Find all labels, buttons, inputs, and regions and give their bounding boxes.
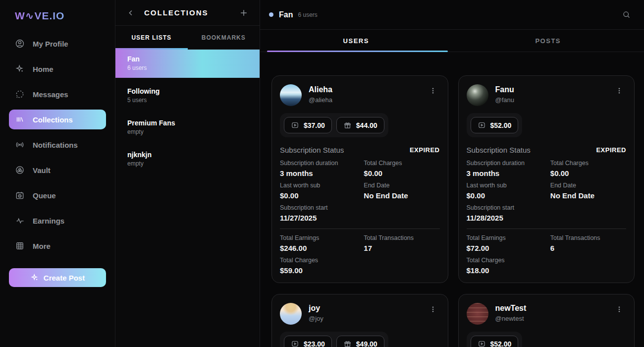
stat: Last worth sub$0.00 [280, 182, 364, 200]
price-chips: $23.00 $49.00 [280, 332, 388, 347]
subscription-status-row: Subscription Status EXPIRED [467, 146, 627, 154]
stat: End DateNo End Date [364, 182, 439, 200]
status-label: Subscription Status [280, 146, 344, 154]
collection-name: njknkjn [127, 151, 248, 159]
main-header: Fan 6 users [260, 0, 644, 30]
card-header: joy @joy [280, 303, 440, 325]
price-label: $52.00 [490, 121, 512, 129]
stat: Last worth sub$0.00 [467, 182, 550, 200]
list-item-fan[interactable]: Fan 6 users [115, 50, 260, 78]
subscription-status-row: Subscription Status EXPIRED [280, 146, 440, 154]
subscription-price-button[interactable]: $52.00 [471, 117, 519, 133]
sidebar-item-collections[interactable]: Collections [9, 110, 106, 129]
sidebar-item-notifications[interactable]: Notifications [9, 135, 106, 155]
user-info: Alieha @alieha [309, 84, 332, 104]
user-card-joy: joy @joy $23.00 $49.00 [271, 294, 448, 347]
collection-name: Following [127, 87, 248, 95]
sidebar-item-my-profile[interactable]: My Profile [9, 34, 106, 54]
avatar[interactable] [467, 303, 488, 325]
kebab-menu-icon[interactable] [426, 84, 440, 97]
grid-icon [15, 241, 25, 251]
totals-stats: Total Earnings$246.00 Total Transactions… [280, 234, 440, 275]
sparkle-icon [30, 273, 39, 282]
collections-panel: COLLECTIONS USER LISTS BOOKMARKS Fan 6 u… [115, 0, 260, 347]
sidebar-item-label: Queue [33, 191, 56, 200]
main-area: Fan 6 users USERS POSTS Alieha @alieha [260, 0, 644, 347]
stat: Subscription duration3 months [467, 160, 550, 177]
sidebar-item-label: My Profile [33, 40, 68, 48]
collections-tabs: USER LISTS BOOKMARKS [115, 26, 260, 50]
kebab-menu-icon[interactable] [612, 84, 626, 97]
subscription-stats: Subscription duration3 months Total Char… [467, 160, 627, 222]
bars-icon [15, 115, 25, 124]
price-label: $49.00 [356, 340, 377, 347]
tab-posts[interactable]: POSTS [452, 30, 644, 52]
collection-dot [269, 12, 273, 17]
price-label: $52.00 [490, 340, 512, 347]
avatar[interactable] [280, 84, 302, 106]
sidebar-item-more[interactable]: More [9, 236, 106, 256]
card-header: Alieha @alieha [280, 84, 440, 106]
search-icon[interactable] [622, 10, 631, 19]
card-header: Fanu @fanu [467, 84, 627, 106]
status-badge: EXPIRED [596, 146, 626, 154]
sidebar-item-label: More [33, 242, 51, 250]
chevron-left-icon[interactable] [126, 8, 135, 17]
sidebar-item-messages[interactable]: Messages [9, 84, 106, 104]
video-icon [478, 121, 486, 129]
sidebar-item-label: Messages [33, 90, 68, 99]
avatar[interactable] [280, 303, 302, 325]
user-info: newTest @newtest [495, 303, 527, 322]
user-name: newTest [495, 304, 527, 313]
tab-user-lists[interactable]: USER LISTS [115, 26, 188, 49]
create-post-button[interactable]: Create Post [9, 268, 106, 287]
avatar[interactable] [467, 84, 488, 106]
user-name: joy [309, 304, 323, 313]
create-post-label: Create Post [44, 274, 85, 282]
stat: Subscription start11/28/2025 [467, 204, 550, 222]
subscription-price-button[interactable]: $23.00 [284, 336, 332, 347]
stat: Total Earnings$246.00 [280, 234, 364, 252]
subscription-price-button[interactable]: $37.00 [284, 117, 332, 133]
price-chips: $52.00 [467, 332, 523, 347]
list-item-njknkjn[interactable]: njknkjn empty [115, 146, 260, 173]
sidebar-item-earnings[interactable]: Earnings [9, 211, 106, 231]
stat: Total Charges$18.00 [467, 257, 550, 275]
list-item-premium-fans[interactable]: Premium Fans empty [115, 114, 260, 141]
gift-icon [343, 340, 352, 347]
user-circle-icon [15, 39, 25, 49]
stat: Total Charges$0.00 [364, 160, 439, 177]
stat: Subscription start11/27/2025 [280, 204, 364, 222]
collections-header: COLLECTIONS [115, 0, 260, 26]
user-info: Fanu @fanu [495, 84, 515, 104]
stat: Total Charges$59.00 [280, 257, 364, 275]
tab-bookmarks[interactable]: BOOKMARKS [188, 26, 260, 49]
kebab-menu-icon[interactable] [612, 303, 626, 316]
list-item-following[interactable]: Following 5 users [115, 82, 260, 110]
collection-count: 6 users [127, 64, 248, 71]
collections-title: COLLECTIONS [144, 8, 239, 17]
plus-icon[interactable] [239, 8, 249, 18]
tab-users[interactable]: USERS [260, 30, 452, 52]
video-icon [478, 340, 486, 347]
user-name: Fanu [495, 85, 515, 94]
user-handle: @newtest [495, 315, 527, 322]
collection-name: Premium Fans [127, 119, 248, 127]
sidebar-item-queue[interactable]: Queue [9, 185, 106, 205]
subscription-price-button[interactable]: $52.00 [471, 336, 519, 347]
collection-name: Fan [127, 55, 248, 63]
sparkle-icon [15, 64, 25, 74]
sidebar-item-home[interactable]: Home [9, 59, 106, 79]
status-label: Subscription Status [467, 146, 531, 154]
user-name: Alieha [309, 85, 332, 94]
user-card-newtest: newTest @newtest $52.00 [458, 294, 635, 347]
divider [467, 229, 627, 229]
divider [280, 229, 440, 229]
stat: Total Transactions6 [550, 234, 626, 252]
sidebar-item-label: Collections [33, 116, 73, 124]
sidebar-item-vault[interactable]: Vault [9, 160, 106, 180]
kebab-menu-icon[interactable] [426, 303, 440, 316]
price-label: $44.00 [356, 121, 377, 129]
gift-price-button[interactable]: $49.00 [336, 336, 384, 347]
gift-price-button[interactable]: $44.00 [336, 117, 384, 133]
